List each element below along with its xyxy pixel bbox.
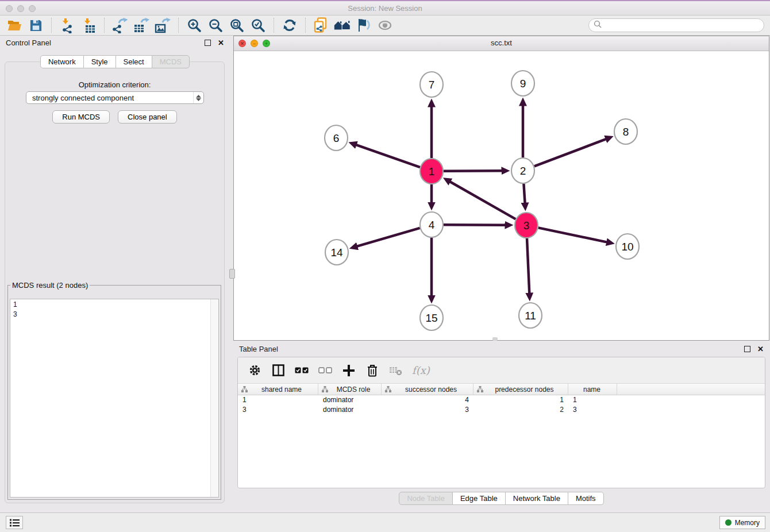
horizontal-scroll-thumb[interactable]: [492, 337, 498, 341]
table-row[interactable]: 3dominator323: [238, 405, 765, 415]
node-table[interactable]: shared nameMCDS rolesuccessor nodesprede…: [238, 383, 765, 414]
graph-node-label-1: 1: [429, 165, 435, 178]
table-header-row[interactable]: shared nameMCDS rolesuccessor nodesprede…: [238, 384, 765, 395]
save-session-icon[interactable]: [27, 17, 44, 33]
table-body[interactable]: 1dominator4113dominator323: [238, 395, 765, 414]
table-tab-edge-table[interactable]: Edge Table: [452, 492, 506, 505]
graph-edge-4-14[interactable]: [357, 228, 420, 246]
zoom-selected-icon[interactable]: [249, 17, 267, 33]
optimization-criterion-label: Optimization criterion:: [5, 80, 224, 89]
table-panel-title: Table Panel: [239, 345, 278, 353]
refresh-icon[interactable]: [281, 17, 298, 33]
import-network-icon[interactable]: [59, 17, 76, 33]
table-cell[interactable]: 1: [568, 396, 617, 404]
close-panel-icon[interactable]: ✕: [218, 39, 224, 47]
graph-edge-3-11[interactable]: [527, 238, 529, 294]
session-title: Session: New Session: [0, 4, 770, 13]
control-panel: Control Panel ✕ NetworkStyleSelectMCDS O…: [0, 36, 230, 506]
select-stepper-icon: [193, 92, 203, 103]
graph-edge-2-3[interactable]: [523, 184, 525, 203]
export-network-icon[interactable]: [111, 17, 129, 33]
table-cell[interactable]: dominator: [318, 406, 382, 414]
result-scrollbar[interactable]: [210, 299, 218, 497]
memory-button[interactable]: Memory: [719, 516, 765, 529]
mcds-panel: Optimization criterion: strongly connect…: [5, 61, 225, 503]
table-panel-tabs: Node TableEdge TableNetwork TableMotifs: [233, 492, 769, 505]
table-cell[interactable]: 1: [473, 396, 568, 404]
control-panel-tabs: NetworkStyleSelectMCDS: [0, 55, 230, 68]
zoom-out-icon[interactable]: [207, 17, 224, 33]
zoom-in-icon[interactable]: [186, 17, 203, 33]
select-all-columns-icon[interactable]: [294, 362, 309, 379]
apply-function-icon[interactable]: f(x): [412, 362, 430, 379]
mcds-result-list[interactable]: 13: [10, 299, 219, 498]
search-field[interactable]: [588, 18, 764, 32]
toolbar-separator: [51, 18, 52, 33]
zoom-fit-icon[interactable]: [228, 17, 245, 33]
table-tab-node-table[interactable]: Node Table: [399, 492, 453, 505]
hide-graphics-details-icon[interactable]: [355, 17, 372, 33]
deselect-all-columns-icon[interactable]: [318, 362, 333, 379]
clone-network-icon[interactable]: [313, 17, 330, 33]
graph-node-label-3: 3: [523, 219, 530, 232]
delete-row-icon[interactable]: [365, 362, 380, 379]
graph-node-label-6: 6: [333, 132, 340, 144]
graph-node-label-9: 9: [520, 78, 526, 90]
column-header-predecessor-nodes[interactable]: predecessor nodes: [473, 384, 568, 395]
graph-node-label-7: 7: [429, 79, 435, 91]
tab-network[interactable]: Network: [40, 55, 84, 68]
column-header-successor-nodes[interactable]: successor nodes: [382, 384, 473, 395]
close-panel-button[interactable]: Close panel: [118, 110, 177, 124]
graph-edge-4-3[interactable]: [444, 225, 506, 225]
tab-select[interactable]: Select: [116, 55, 152, 68]
table-cell[interactable]: 3: [238, 406, 318, 414]
export-image-icon[interactable]: [154, 17, 171, 33]
table-cell[interactable]: 1: [238, 396, 318, 404]
vertical-splitter-handle[interactable]: [229, 269, 235, 279]
graph-edge-1-2[interactable]: [444, 171, 502, 171]
graph-edge-3-10[interactable]: [538, 228, 607, 242]
network-window-titlebar[interactable]: ✕ − + scc.txt: [234, 36, 769, 51]
graph-edge-2-8[interactable]: [534, 139, 606, 167]
search-input[interactable]: [605, 21, 759, 30]
network-canvas[interactable]: 1234678910111415: [234, 51, 769, 340]
table-cell[interactable]: 4: [382, 396, 473, 404]
search-icon: [594, 20, 602, 30]
run-mcds-button[interactable]: Run MCDS: [52, 110, 110, 124]
float-panel-icon[interactable]: [205, 40, 211, 46]
export-table-icon[interactable]: [133, 17, 150, 33]
float-table-panel-icon[interactable]: [744, 346, 750, 352]
open-session-icon[interactable]: [6, 17, 23, 33]
table-toolbar: f(x): [238, 357, 765, 383]
add-row-icon[interactable]: [341, 362, 356, 379]
show-home-icon[interactable]: [334, 17, 351, 33]
table-panel: Table Panel ✕: [233, 342, 769, 510]
task-history-button[interactable]: [6, 516, 23, 529]
column-header-shared-name[interactable]: shared name: [238, 384, 318, 395]
table-cell[interactable]: dominator: [318, 396, 382, 404]
network-view-window: ✕ − + scc.txt 1234678910111415: [233, 36, 769, 341]
close-table-panel-icon[interactable]: ✕: [757, 345, 764, 353]
graph-edge-1-6[interactable]: [356, 145, 420, 167]
table-tab-network-table[interactable]: Network Table: [505, 492, 568, 505]
criterion-select[interactable]: strongly connected component: [26, 91, 204, 104]
column-header-MCDS-role[interactable]: MCDS role: [318, 384, 382, 395]
delete-table-icon[interactable]: [388, 362, 403, 379]
table-row[interactable]: 1dominator411: [238, 395, 765, 405]
show-column-panel-icon[interactable]: [271, 362, 286, 379]
table-cell[interactable]: 3: [568, 406, 617, 414]
table-cell[interactable]: 2: [473, 406, 568, 414]
tab-style[interactable]: Style: [83, 55, 116, 68]
graph-edge-3-1[interactable]: [450, 182, 516, 219]
import-table-icon[interactable]: [80, 17, 97, 33]
graph-node-label-2: 2: [520, 165, 526, 177]
column-header-name[interactable]: name: [568, 384, 617, 395]
main-toolbar: [0, 16, 770, 36]
memory-status-icon: [725, 519, 732, 526]
table-cell[interactable]: 3: [382, 406, 473, 414]
tab-mcds[interactable]: MCDS: [152, 55, 190, 68]
bird-eye-view-icon[interactable]: [376, 17, 394, 33]
table-tab-motifs[interactable]: Motifs: [568, 492, 604, 505]
table-options-icon[interactable]: [247, 362, 262, 379]
mcds-result-box: MCDS result (2 nodes) 13: [7, 281, 221, 500]
